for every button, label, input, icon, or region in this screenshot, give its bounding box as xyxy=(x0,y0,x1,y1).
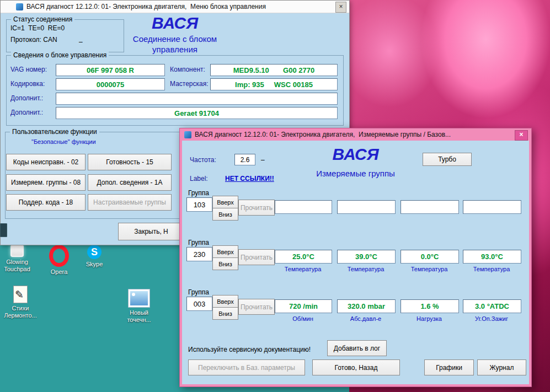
group-word: Группа xyxy=(188,239,209,246)
done-back-button[interactable]: Готово, Назад xyxy=(312,359,400,375)
value-field: 0.0°C xyxy=(401,250,459,264)
graphs-button[interactable]: Графики xyxy=(424,359,474,375)
journal-button[interactable]: Журнал xyxy=(477,359,526,375)
vag-number-field: 06F 997 058 R xyxy=(56,64,165,76)
window2-title: ВАСЯ диагност 12.12.0: 01- Электроника д… xyxy=(195,131,451,138)
icon-label: Лермонто... xyxy=(2,312,39,319)
no-link-link[interactable]: НЕТ ССЫЛКИ!! xyxy=(225,175,274,182)
group-read-button[interactable]: Прочитать xyxy=(238,249,275,265)
value-field: 320.0 mbar xyxy=(337,299,396,313)
group-down-button[interactable]: Вниз xyxy=(212,257,238,270)
add-to-log-button[interactable]: Добавить в лог xyxy=(327,340,387,356)
icon-label: Touchpad xyxy=(0,266,34,273)
value-field: 39.0°C xyxy=(337,250,396,264)
icon-label: Glowing xyxy=(0,259,34,266)
custom-groups-button[interactable]: Настраиваемые группы xyxy=(88,194,172,211)
icon-label: Skype xyxy=(79,261,109,268)
groupbox-legend: Сведения о блоке управления xyxy=(11,51,109,59)
value-field: 720 /min xyxy=(275,299,332,313)
unit-label: Температура xyxy=(401,266,458,272)
desktop-icon-new-bitmap[interactable]: Новый точечн... xyxy=(120,289,158,324)
value-field: 93.0°C xyxy=(463,250,521,264)
safe-functions-label: "Безопасные" функции xyxy=(31,138,96,145)
value-field: 1.6 % xyxy=(401,299,459,313)
measuring-group-row: Группа 103 Вверх Вниз Прочитать xyxy=(182,189,529,239)
group-number-field[interactable]: 230 xyxy=(186,247,212,261)
group-number-field[interactable]: 003 xyxy=(186,297,212,311)
icon-label: Новый xyxy=(120,309,158,316)
value-field xyxy=(401,200,459,214)
window1-titlebar[interactable]: ВАСЯ диагност 12.12.0: 01- Электроника д… xyxy=(1,1,349,13)
close-back-button[interactable]: Закрыть, Н xyxy=(118,223,184,240)
window1-close-button[interactable]: × xyxy=(335,2,346,13)
group-read-button[interactable]: Прочитать xyxy=(238,299,275,315)
value-field: 3.0 °ATDC xyxy=(463,299,521,313)
opera-icon xyxy=(49,245,69,267)
readiness-button[interactable]: Готовность - 15 xyxy=(88,154,172,170)
label-caption: Label: xyxy=(190,175,208,182)
desktop-icon-glowing-touchpad[interactable]: Glowing Touchpad xyxy=(0,245,34,273)
unit-label: Уг.Оп.Зажиг xyxy=(463,315,520,322)
extra1-label: Дополнит.: xyxy=(10,94,43,102)
group-word: Группа xyxy=(188,189,209,197)
value-field xyxy=(463,200,521,214)
group-up-button[interactable]: Вверх xyxy=(212,245,238,258)
component-label: Компонент: xyxy=(170,66,205,73)
app-icon xyxy=(184,131,191,138)
group-word: Группа xyxy=(188,288,209,296)
desktop-icon-skype[interactable]: S Skype xyxy=(79,245,109,268)
group-down-button[interactable]: Вниз xyxy=(212,208,238,221)
skype-icon: S xyxy=(87,245,102,259)
group-down-button[interactable]: Вниз xyxy=(212,307,238,320)
value-field xyxy=(275,200,332,214)
value-field: 25.0°C xyxy=(275,250,332,264)
icon-label: точечн... xyxy=(120,316,158,324)
supported-codes-button[interactable]: Поддер. кода - 18 xyxy=(6,194,86,211)
measuring-group-row: Группа 003 Вверх Вниз Прочитать 720 /min… xyxy=(182,288,529,338)
coding-field: 0000075 xyxy=(56,78,165,90)
measuring-blocks-button[interactable]: Измеряем. группы - 08 xyxy=(6,174,86,191)
measuring-group-row: Группа 230 Вверх Вниз Прочитать 25.0°C 3… xyxy=(182,239,529,288)
extra2-label: Дополнит.: xyxy=(10,109,43,116)
fault-codes-button[interactable]: Коды неисправн. - 02 xyxy=(6,154,86,170)
window-measuring-blocks: ВАСЯ диагност 12.12.0: 01- Электроника д… xyxy=(179,128,532,387)
window2-content: Частота: 2.6 – Турбо ВАСЯ Измеряемые гру… xyxy=(182,141,529,384)
window2-titlebar[interactable]: ВАСЯ диагност 12.12.0: 01- Электроника д… xyxy=(180,128,531,141)
brand-title: ВАСЯ xyxy=(182,145,529,164)
window1-title: ВАСЯ диагност 12.12.0: 01- Электроника д… xyxy=(26,3,266,10)
component-field: MED9.5.10 G00 2770 xyxy=(210,64,338,76)
groupbox-legend: Пользовательские функции xyxy=(10,128,99,136)
value-field xyxy=(337,200,396,214)
vag-number-label: VAG номер: xyxy=(10,66,47,73)
service-doc-notice: Используйте сервисную документацию! xyxy=(188,346,311,353)
bitmap-image-icon xyxy=(128,289,150,308)
group-number-field[interactable]: 103 xyxy=(186,197,212,212)
icon-label: Стихи xyxy=(2,305,39,312)
unit-label: Температура xyxy=(463,266,520,272)
group-up-button[interactable]: Вверх xyxy=(212,196,238,208)
switch-to-basic-button[interactable]: Переключить в Баз. параметры xyxy=(188,359,305,375)
coding-label: Кодировка: xyxy=(10,80,45,88)
window2-close-button[interactable]: × xyxy=(515,130,528,141)
unit-label: Температура xyxy=(275,266,331,272)
icon-label: Opera xyxy=(44,269,74,276)
app-icon xyxy=(16,3,23,10)
unit-label: Нагрузка xyxy=(401,315,458,322)
brand-title: ВАСЯ xyxy=(1,14,349,33)
unit-label: Об/мин xyxy=(275,315,331,322)
workshop-field: Imp: 935 WSC 00185 xyxy=(210,78,338,90)
desktop-icon-stihi-lermontova[interactable]: ✎ Стихи Лермонто... xyxy=(2,286,39,319)
pen-document-icon: ✎ xyxy=(13,286,28,303)
group-read-button[interactable]: Прочитать xyxy=(238,200,275,216)
workshop-label: Мастерская: xyxy=(170,80,209,88)
extra2-field: Geraet 91704 xyxy=(56,107,338,119)
unknown-small-icon[interactable] xyxy=(0,223,7,237)
unit-label: Температура xyxy=(337,266,394,272)
group-up-button[interactable]: Вверх xyxy=(212,295,238,308)
advanced-id-button[interactable]: Допол. сведения - 1A xyxy=(88,174,172,191)
extra1-field xyxy=(56,93,338,105)
touchpad-icon xyxy=(10,245,24,257)
unit-label: Абс.давл-е xyxy=(337,315,394,322)
desktop-icon-opera[interactable]: Opera xyxy=(44,245,74,276)
